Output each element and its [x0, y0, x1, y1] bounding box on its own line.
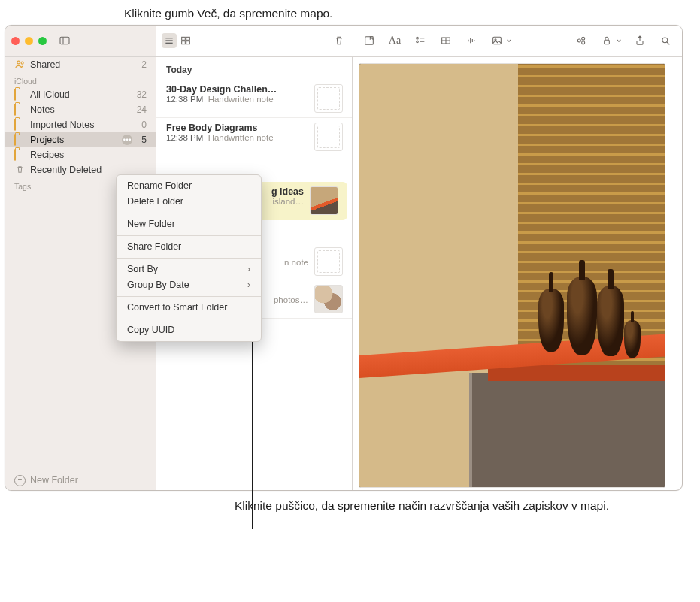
table-icon[interactable]: [438, 33, 453, 48]
note-thumbnail: [314, 285, 343, 313]
link-icon[interactable]: [574, 33, 589, 48]
svg-point-27: [662, 38, 668, 43]
sidebar-toolbar: [5, 26, 156, 57]
search-icon[interactable]: [658, 33, 673, 48]
sidebar-toggle-icon[interactable]: [57, 33, 72, 48]
callout-bottom: Kliknite puščico, da spremenite način ra…: [235, 498, 611, 514]
note-row[interactable]: 30-Day Design Challen… 12:38 PM Handwrit…: [156, 80, 352, 118]
note-thumbnail: [314, 247, 343, 276]
sidebar-item-imported[interactable]: Imported Notes 0: [5, 117, 156, 132]
folder-icon: [14, 134, 16, 146]
audio-icon[interactable]: [464, 33, 479, 48]
gallery-view-icon[interactable]: [178, 33, 193, 48]
app-window: Aa: [5, 25, 683, 491]
menu-share-folder[interactable]: Share Folder: [117, 239, 261, 255]
menu-copy-uuid[interactable]: Copy UUID: [117, 322, 261, 338]
new-note-icon[interactable]: [362, 33, 377, 48]
folder-context-menu: Rename Folder Delete Folder New Folder S…: [116, 174, 262, 342]
sidebar-shared-label: Shared: [30, 59, 137, 70]
close-window-dot[interactable]: [11, 37, 20, 45]
svg-rect-26: [605, 41, 610, 44]
sidebar-item-count: 0: [141, 119, 147, 130]
callout-leader-bottom: [252, 326, 253, 529]
note-title: 30-Day Design Challen…: [166, 84, 308, 95]
sidebar-item-count: 24: [137, 104, 147, 115]
menu-rename-folder[interactable]: Rename Folder: [117, 178, 261, 194]
sidebar-item-label: Projects: [30, 135, 117, 145]
svg-point-24: [582, 38, 585, 41]
menu-separator: [117, 235, 261, 236]
sidebar-item-label: All iCloud: [30, 89, 132, 100]
traffic-lights: [11, 37, 47, 45]
sidebar-shared[interactable]: Shared 2: [5, 57, 156, 72]
sidebar-item-label: Notes: [30, 104, 132, 115]
share-icon[interactable]: [632, 33, 647, 48]
svg-rect-6: [186, 38, 190, 41]
trash-icon[interactable]: [332, 33, 347, 48]
svg-point-30: [21, 62, 23, 65]
sidebar-shared-count: 2: [141, 59, 147, 70]
minimize-window-dot[interactable]: [25, 37, 33, 45]
sidebar-item-recipes[interactable]: Recipes: [5, 147, 156, 162]
note-content: [353, 57, 682, 491]
note-thumbnail: [314, 123, 343, 151]
new-folder-label: New Folder: [30, 475, 78, 486]
folder-icon: [14, 104, 16, 116]
menu-sort-by[interactable]: Sort By ›: [117, 262, 261, 277]
note-thumbnail: [314, 84, 343, 113]
svg-rect-21: [493, 38, 502, 44]
sidebar-section-icloud: iCloud: [5, 72, 156, 87]
sidebar-item-label: Imported Notes: [30, 119, 137, 130]
plus-circle-icon: +: [14, 475, 26, 486]
note-thumbnail: [310, 186, 338, 215]
menu-separator: [117, 258, 261, 259]
note-subtitle: 12:38 PM Handwritten note: [166, 95, 308, 104]
svg-rect-9: [365, 37, 374, 45]
svg-point-12: [417, 41, 419, 43]
list-view-icon[interactable]: [162, 33, 177, 48]
zoom-window-dot[interactable]: [38, 37, 47, 45]
format-text-icon[interactable]: Aa: [387, 33, 402, 48]
svg-point-10: [417, 38, 419, 40]
folder-icon: [14, 89, 16, 101]
media-menu[interactable]: [489, 33, 512, 48]
sidebar-item-label: Recently Deleted: [30, 165, 147, 175]
callout-top: Kliknite gumb Več, da spremenite mapo.: [124, 6, 425, 22]
chevron-right-icon: ›: [247, 280, 250, 290]
note-image: [359, 63, 665, 488]
sidebar-item-all-icloud[interactable]: All iCloud 32: [5, 87, 156, 102]
note-row[interactable]: Free Body Diagrams 12:38 PM Handwritten …: [156, 118, 352, 156]
sidebar-item-count: 5: [141, 135, 147, 145]
svg-point-29: [17, 62, 20, 65]
lock-icon: [599, 33, 614, 48]
sidebar-item-count: 32: [137, 89, 147, 100]
menu-separator: [117, 213, 261, 213]
sidebar-item-notes[interactable]: Notes 24: [5, 102, 156, 117]
svg-rect-0: [60, 38, 69, 44]
menu-convert-smart[interactable]: Convert to Smart Folder: [117, 300, 261, 316]
svg-rect-5: [182, 38, 186, 41]
menu-delete-folder[interactable]: Delete Folder: [117, 194, 261, 210]
chevron-down-icon: [616, 38, 622, 44]
new-folder-button[interactable]: + New Folder: [5, 469, 156, 491]
trash-icon: [14, 165, 26, 174]
chevron-down-icon: [506, 38, 512, 44]
menu-separator: [117, 319, 261, 319]
more-button-icon[interactable]: •••: [122, 135, 132, 145]
svg-rect-7: [182, 41, 186, 44]
menu-new-folder[interactable]: New Folder: [117, 216, 261, 232]
list-toolbar: [156, 26, 353, 57]
svg-point-23: [577, 39, 580, 42]
checklist-icon[interactable]: [413, 33, 428, 48]
sidebar-item-label: Recipes: [30, 150, 142, 160]
chevron-right-icon: ›: [247, 264, 250, 274]
note-subtitle: 12:38 PM Handwritten note: [166, 133, 308, 142]
note-toolbar: Aa: [353, 26, 682, 57]
menu-separator: [117, 296, 261, 297]
list-header-today: Today: [156, 62, 352, 80]
svg-rect-8: [186, 41, 190, 44]
sidebar-item-projects[interactable]: Projects ••• 5: [5, 132, 156, 147]
lock-menu[interactable]: [599, 33, 622, 48]
menu-group-by-date[interactable]: Group By Date ›: [117, 277, 261, 293]
folder-icon: [14, 119, 16, 131]
